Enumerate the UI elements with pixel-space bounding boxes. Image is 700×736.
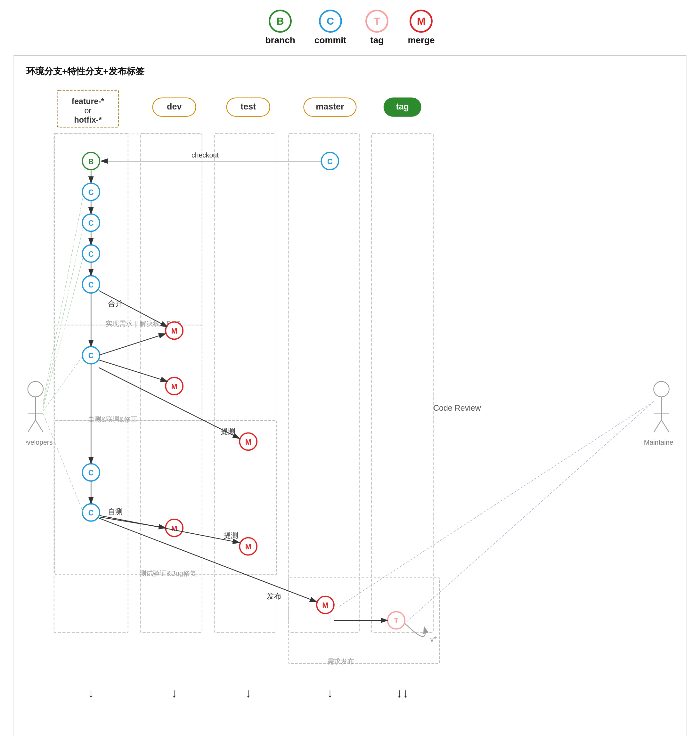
branch-circle: B (269, 10, 292, 33)
svg-line-47 (100, 516, 240, 543)
svg-text:C: C (88, 250, 94, 259)
svg-text:C: C (88, 351, 94, 360)
svg-text:C: C (88, 188, 94, 197)
commit-label: commit (315, 35, 347, 46)
svg-text:↓: ↓ (327, 686, 333, 700)
feature-label: feature-* (72, 97, 104, 106)
svg-text:C: C (327, 157, 333, 166)
merge-circle: M (410, 10, 432, 33)
maint-line2 (405, 401, 654, 623)
svg-point-51 (654, 382, 669, 397)
hebing-label: 合并 (108, 299, 123, 308)
svg-text:C: C (88, 469, 94, 477)
zice-annotation: 自测&联调&修正 (88, 416, 137, 423)
svg-point-50 (28, 382, 43, 397)
dev-line1 (43, 195, 83, 401)
svg-line-41 (99, 360, 168, 381)
legend-item-commit: C commit (315, 10, 347, 46)
zice2-label: 自测 (108, 507, 123, 516)
svg-text:C: C (88, 219, 94, 227)
developers-label: Developers (26, 439, 53, 446)
svg-text:B: B (88, 157, 94, 166)
svg-text:T: T (394, 617, 399, 625)
svg-rect-9 (214, 133, 276, 633)
svg-line-42 (99, 333, 166, 355)
svg-text:M: M (245, 543, 251, 551)
svg-text:M: M (171, 524, 177, 533)
legend-item-tag: T tag (365, 10, 388, 46)
legend-item-branch: B branch (265, 10, 295, 46)
ceshi-annotation: 测试验证&Bug修复 (140, 570, 197, 577)
legend: B branch C commit T tag M merge (0, 0, 700, 52)
v-label: v* (430, 635, 437, 643)
maintainers-icon: Maintainers (644, 382, 674, 446)
svg-text:M: M (322, 601, 328, 610)
tag-circle: T (365, 10, 388, 33)
svg-line-44 (99, 367, 240, 438)
merge-label: merge (407, 35, 435, 46)
svg-rect-10 (288, 133, 359, 633)
developers-icon: Developers (26, 382, 53, 446)
legend-item-merge: M merge (407, 10, 435, 46)
dev-line5 (43, 414, 83, 513)
svg-text:↓: ↓ (171, 686, 177, 700)
svg-text:C: C (88, 509, 94, 517)
dev-line2 (43, 226, 83, 404)
dev-line3 (43, 257, 83, 408)
svg-text:M: M (171, 327, 177, 335)
svg-text:or: or (84, 106, 91, 115)
tice1-label: 提测 (221, 427, 235, 435)
fabu-label: 发布 (267, 592, 281, 600)
svg-text:C: C (88, 281, 94, 289)
svg-text:hotfix-*: hotfix-* (74, 115, 101, 124)
tice2-label: 提测 (224, 531, 238, 539)
maint-line1 (338, 401, 654, 607)
maintainers-label: Maintainers (644, 439, 674, 446)
svg-text:↓↓: ↓↓ (396, 686, 409, 700)
code-review-label: Code Review (433, 403, 481, 412)
diagram-title: 环境分支+特性分支+发布标签 (26, 65, 674, 78)
commit-circle: C (319, 10, 342, 33)
xuqiu-fabu-annotation: 需求发布 (327, 658, 354, 665)
dev-label: dev (167, 102, 182, 112)
checkout-label: checkout (191, 151, 219, 159)
branch-label: branch (265, 35, 295, 46)
test-label: test (240, 102, 256, 112)
dev-line4 (43, 356, 83, 411)
svg-rect-11 (371, 133, 433, 633)
tag-lane-label: tag (396, 102, 409, 112)
diagram-container: 环境分支+特性分支+发布标签 feature-* or hotfix-* dev… (13, 55, 687, 736)
svg-text:M: M (171, 383, 177, 391)
svg-text:↓: ↓ (88, 686, 94, 700)
diagram-svg: feature-* or hotfix-* dev test master ta… (26, 87, 674, 719)
tag-label: tag (370, 35, 384, 46)
svg-text:↓: ↓ (245, 686, 251, 700)
master-label: master (316, 102, 344, 112)
svg-text:M: M (245, 438, 251, 446)
svg-line-48 (99, 518, 317, 602)
